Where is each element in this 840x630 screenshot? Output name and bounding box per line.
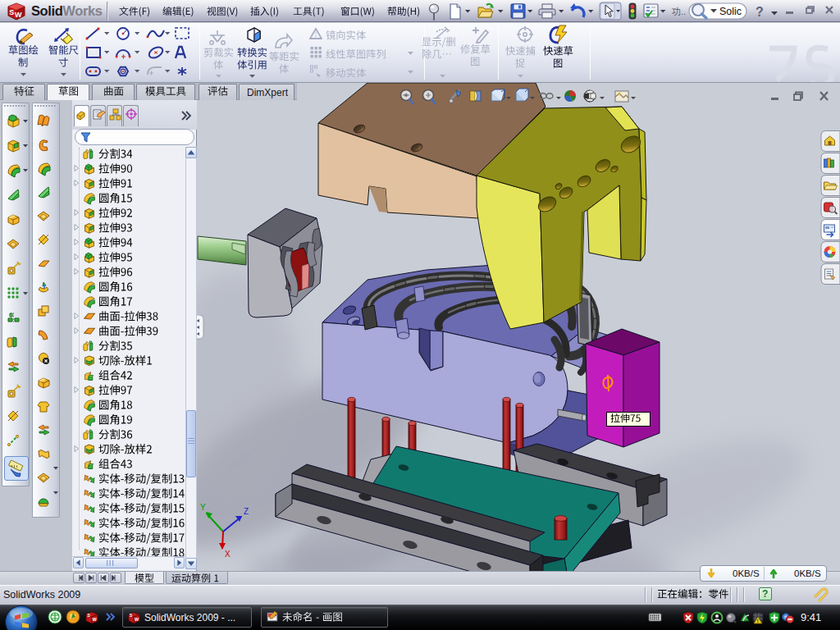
svg-text:Z: Z: [244, 507, 249, 516]
svg-text:?: ?: [756, 5, 764, 19]
svg-text:S: S: [9, 8, 14, 16]
svg-text:S: S: [87, 613, 90, 618]
svg-text:W: W: [93, 617, 98, 622]
svg-text:S: S: [130, 613, 133, 618]
svg-text:Y: Y: [200, 503, 206, 512]
svg-text:X: X: [225, 550, 231, 559]
svg-text:功..: 功..: [672, 7, 686, 16]
svg-text:W: W: [15, 11, 22, 19]
svg-text:Solic: Solic: [719, 6, 742, 17]
svg-text:!: !: [757, 619, 759, 623]
